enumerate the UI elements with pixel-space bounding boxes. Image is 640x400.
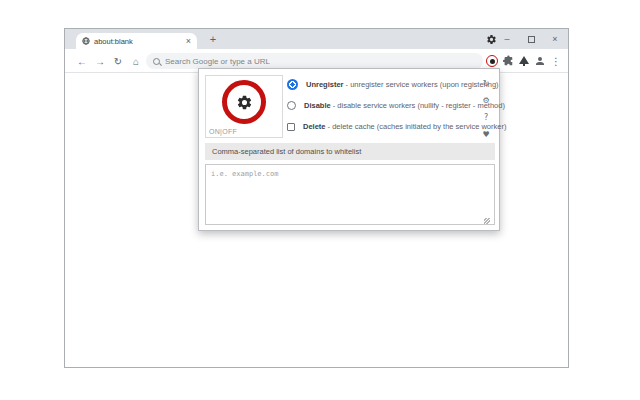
popup-settings-icon[interactable]: ⚙ <box>480 92 492 109</box>
gear-icon <box>236 94 253 111</box>
minimize-button[interactable]: – <box>495 29 519 49</box>
back-icon[interactable]: ← <box>73 49 91 73</box>
maximize-button[interactable] <box>519 29 543 49</box>
avatar-icon <box>534 55 546 67</box>
popup-help-icon[interactable]: ? <box>480 109 492 126</box>
tab-strip: about:blank × + – × <box>65 29 568 49</box>
option-unregister-text: Unregister - unregister service workers … <box>306 80 499 89</box>
popup-donate-heart-icon[interactable]: ♥ <box>480 126 492 143</box>
reload-icon[interactable]: ↻ <box>109 49 127 73</box>
radio-unregister[interactable] <box>287 79 298 90</box>
nav-buttons: ← → ↻ ⌂ <box>73 49 145 73</box>
window-close-button[interactable]: × <box>543 29 567 49</box>
whitelist-textarea[interactable] <box>205 164 495 225</box>
extension-target-core <box>490 59 495 64</box>
triangle-extension-button[interactable] <box>516 49 532 73</box>
new-tab-button[interactable]: + <box>206 32 220 46</box>
address-bar[interactable]: Search Google or type a URL <box>146 53 483 69</box>
search-icon <box>153 58 160 65</box>
tab-about-blank[interactable]: about:blank × <box>76 33 197 49</box>
option-unregister[interactable]: Unregister - unregister service workers … <box>287 74 479 95</box>
extensions-puzzle-button[interactable] <box>500 49 516 73</box>
browser-menu-icon[interactable]: ⋮ <box>548 49 564 73</box>
option-disable-text: Disable - disable service workers (nulli… <box>304 101 505 110</box>
window-controls: – × <box>495 29 567 49</box>
puzzle-icon <box>502 55 514 67</box>
home-icon[interactable]: ⌂ <box>127 49 145 73</box>
extension-target-icon <box>486 55 498 67</box>
profile-avatar-button[interactable] <box>532 49 548 73</box>
on-off-label: ON|OFF <box>209 128 237 135</box>
maximize-icon <box>528 36 535 43</box>
textarea-resize-handle[interactable] <box>484 218 490 224</box>
option-delete-label: Delete <box>303 122 326 131</box>
red-ring <box>222 80 266 124</box>
option-delete[interactable]: Delete - delete cache (caches initiated … <box>287 116 479 137</box>
checkbox-delete[interactable] <box>287 123 295 131</box>
option-unregister-desc: - unregister service workers (upon regis… <box>346 80 499 89</box>
power-toggle-box[interactable]: ON|OFF <box>205 75 283 138</box>
option-disable[interactable]: Disable - disable service workers (nulli… <box>287 95 479 116</box>
extension-popup: ON|OFF Unregister - unregister service w… <box>198 68 500 231</box>
popup-side-buttons: ↻ ⚙ ? ♥ <box>480 75 492 143</box>
popup-reload-icon[interactable]: ↻ <box>480 75 492 92</box>
radio-disable[interactable] <box>287 101 296 110</box>
tab-title: about:blank <box>94 37 182 46</box>
option-delete-text: Delete - delete cache (caches initiated … <box>303 122 506 131</box>
globe-favicon <box>82 37 90 45</box>
option-disable-label: Disable <box>304 101 331 110</box>
option-unregister-label: Unregister <box>306 80 344 89</box>
triangle-extension-icon <box>518 55 530 67</box>
forward-icon[interactable]: → <box>91 49 109 73</box>
tab-close-icon[interactable]: × <box>186 37 191 46</box>
whitelist-header: Comma-separated list of domains to white… <box>205 143 495 160</box>
screenshot-stage: about:blank × + – × ← → ↻ ⌂ <box>0 0 640 400</box>
address-placeholder: Search Google or type a URL <box>165 57 270 66</box>
options-list: Unregister - unregister service workers … <box>287 74 479 137</box>
